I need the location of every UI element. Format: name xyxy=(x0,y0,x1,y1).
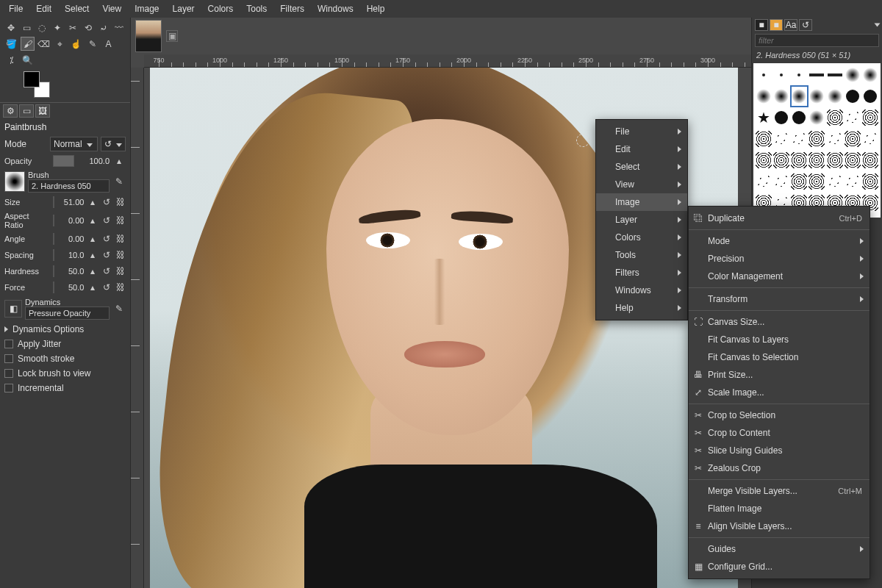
link-icon[interactable]: ⛓ xyxy=(115,265,126,278)
submenu-item-fit-canvas-to-layers[interactable]: Fit Canvas to Layers xyxy=(689,331,870,348)
slider-spacing[interactable] xyxy=(53,249,54,261)
brush-cell[interactable] xyxy=(844,129,861,149)
tool-options-tab-icon[interactable]: ⚙ xyxy=(3,104,18,118)
ruler-horizontal[interactable]: 750100012501500175020002250250027503000 xyxy=(144,54,751,68)
brush-cell[interactable] xyxy=(755,171,772,192)
brush-cell[interactable] xyxy=(772,129,789,149)
rotate-tool-icon[interactable]: ⤾ xyxy=(97,21,110,35)
menu-edit[interactable]: Edit xyxy=(30,1,57,17)
submenu-item-guides[interactable]: Guides xyxy=(689,540,870,558)
brush-cell[interactable] xyxy=(755,65,772,85)
brush-cell[interactable] xyxy=(844,171,861,192)
spinner-icon[interactable]: ▴ xyxy=(87,281,98,294)
reset-icon[interactable]: ↺ xyxy=(101,214,112,227)
menu-filters[interactable]: Filters xyxy=(274,1,310,17)
submenu-item-precision[interactable]: Precision xyxy=(689,250,870,268)
device-status-tab-icon[interactable]: ▭ xyxy=(19,104,34,118)
ctx-item-layer[interactable]: Layer xyxy=(596,211,687,229)
mode-reset-button[interactable]: ↺ xyxy=(101,137,126,151)
color-picker-tool-icon[interactable]: ⁒ xyxy=(4,53,18,67)
brush-cell[interactable] xyxy=(826,107,843,128)
submenu-item-transform[interactable]: Transform xyxy=(689,290,870,308)
brush-cell[interactable] xyxy=(772,171,789,192)
submenu-item-crop-to-content[interactable]: ✂Crop to Content xyxy=(689,424,870,442)
brush-name-select[interactable]: 2. Hardness 050 xyxy=(28,179,110,193)
brush-cell[interactable] xyxy=(791,171,808,192)
submenu-item-mode[interactable]: Mode xyxy=(689,232,870,250)
link-icon[interactable]: ⛓ xyxy=(115,214,126,227)
rect-select-tool-icon[interactable]: ▭ xyxy=(20,21,33,35)
brush-cell[interactable] xyxy=(808,86,825,107)
paintbrush-tool-icon[interactable]: 🖌 xyxy=(21,37,35,51)
spinner-icon[interactable]: ▴ xyxy=(87,232,98,245)
reset-icon[interactable]: ↺ xyxy=(101,265,112,278)
brush-cell[interactable] xyxy=(772,86,789,107)
brush-filter-input[interactable] xyxy=(755,34,879,47)
brush-cell[interactable] xyxy=(862,129,879,149)
dock-menu-icon[interactable] xyxy=(872,24,883,27)
ctx-item-file[interactable]: File xyxy=(596,123,687,140)
spinner-icon[interactable]: ▴ xyxy=(87,265,98,278)
dynamics-edit-icon[interactable]: ✎ xyxy=(112,302,126,315)
warp-tool-icon[interactable]: 〰 xyxy=(112,21,126,35)
history-tab-icon[interactable]: ↺ xyxy=(799,19,812,31)
brush-cell[interactable] xyxy=(791,65,808,85)
slider-hardness[interactable] xyxy=(53,265,54,277)
submenu-item-slice-using-guides[interactable]: ✂Slice Using Guides xyxy=(689,442,870,459)
brush-cell[interactable] xyxy=(808,150,825,171)
ctx-item-filters[interactable]: Filters xyxy=(596,264,687,282)
submenu-item-align-visible-layers-[interactable]: ≡Align Visible Layers... xyxy=(689,517,870,535)
brush-cell[interactable] xyxy=(755,86,772,107)
brush-cell[interactable] xyxy=(826,129,843,149)
submenu-item-duplicate[interactable]: ⿻DuplicateCtrl+D xyxy=(689,209,870,227)
brush-cell[interactable] xyxy=(772,150,789,171)
eraser-tool-icon[interactable]: ⌫ xyxy=(37,37,51,51)
submenu-item-merge-visible-layers-[interactable]: Merge Visible Layers...Ctrl+M xyxy=(689,482,870,500)
ctx-item-tools[interactable]: Tools xyxy=(596,246,687,264)
close-tab-icon[interactable]: ▣ xyxy=(166,30,178,42)
brush-cell[interactable] xyxy=(862,150,879,171)
ctx-item-colors[interactable]: Colors xyxy=(596,229,687,246)
brush-cell[interactable] xyxy=(772,107,789,128)
submenu-item-flatten-image[interactable]: Flatten Image xyxy=(689,500,870,517)
link-icon[interactable]: ⛓ xyxy=(115,281,126,294)
foreground-color-swatch[interactable] xyxy=(24,71,40,87)
spinner-icon[interactable]: ▴ xyxy=(87,214,98,227)
zoom-tool-icon[interactable]: 🔍 xyxy=(21,53,35,67)
brush-cell[interactable] xyxy=(791,86,808,107)
ctx-item-windows[interactable]: Windows xyxy=(596,282,687,299)
opacity-slider[interactable] xyxy=(53,155,74,167)
dynamics-select[interactable]: Pressure Opacity xyxy=(25,306,110,320)
slider-size[interactable] xyxy=(53,196,54,208)
brush-cell[interactable] xyxy=(791,150,808,171)
crop-tool-icon[interactable]: ✂ xyxy=(66,21,79,35)
brush-cell[interactable] xyxy=(808,171,825,192)
slider-angle[interactable] xyxy=(53,233,54,245)
document-tab[interactable] xyxy=(135,20,162,52)
brush-cell[interactable]: ★ xyxy=(755,107,772,128)
brush-cell[interactable] xyxy=(808,129,825,149)
paths-tool-icon[interactable]: ✎ xyxy=(85,37,99,51)
brush-cell[interactable] xyxy=(844,65,861,85)
submenu-item-configure-grid-[interactable]: ▦Configure Grid... xyxy=(689,558,870,576)
reset-icon[interactable]: ↺ xyxy=(101,196,112,209)
ctx-item-edit[interactable]: Edit xyxy=(596,140,687,158)
checkbox[interactable] xyxy=(4,384,13,392)
brush-cell[interactable] xyxy=(755,129,772,149)
reset-icon[interactable]: ↺ xyxy=(101,232,112,245)
mode-select[interactable]: Normal xyxy=(50,137,98,151)
menu-tools[interactable]: Tools xyxy=(240,1,273,17)
slider-force[interactable] xyxy=(53,282,54,293)
submenu-item-print-size-[interactable]: 🖶Print Size... xyxy=(689,366,870,384)
brush-cell[interactable] xyxy=(772,65,789,85)
fuzzy-select-tool-icon[interactable]: ✦ xyxy=(51,21,64,35)
dynamics-options-expander[interactable]: Dynamics Options xyxy=(0,322,130,337)
submenu-item-canvas-size-[interactable]: ⛶Canvas Size... xyxy=(689,313,870,331)
fg-bg-color[interactable] xyxy=(24,71,54,99)
ctx-item-view[interactable]: View xyxy=(596,176,687,193)
brush-thumb-icon[interactable] xyxy=(4,171,25,192)
unified-transform-tool-icon[interactable]: ⟲ xyxy=(82,21,95,35)
menu-layer[interactable]: Layer xyxy=(167,1,201,17)
slider-aspect-ratio[interactable] xyxy=(53,215,54,226)
reset-icon[interactable]: ↺ xyxy=(101,248,112,262)
